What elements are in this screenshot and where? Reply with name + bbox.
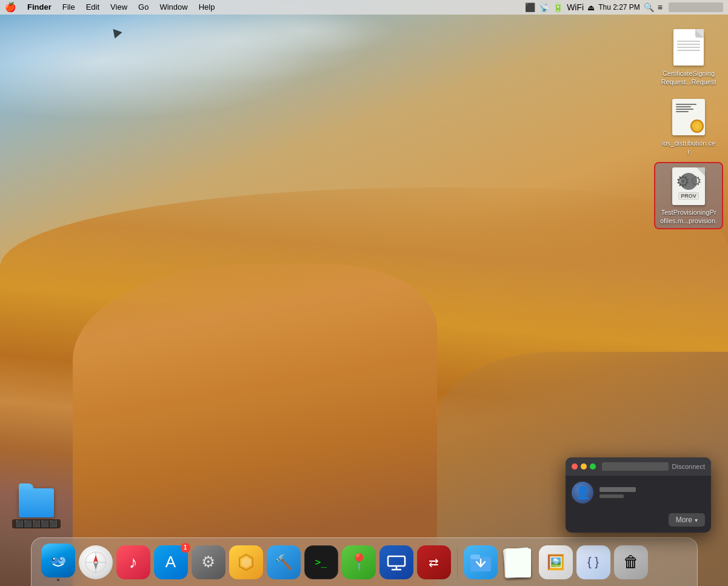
finder-face-svg <box>45 547 72 574</box>
script-editor-icon: { } <box>576 545 610 579</box>
dock-music[interactable]: ♪ <box>116 545 150 579</box>
music-note-symbol: ♪ <box>129 553 138 572</box>
cast-tray-icon[interactable]: 📡 <box>539 2 549 12</box>
dock-finder[interactable] <box>41 544 75 581</box>
wifi-tray-icon[interactable]: WiFi <box>567 2 584 12</box>
apple-menu[interactable]: 🍎 <box>5 2 16 13</box>
more-label: More <box>676 516 692 524</box>
battery-tray-icon[interactable]: 🔋 <box>553 2 563 12</box>
svg-marker-13 <box>241 557 251 568</box>
terminal-icon: >_ <box>304 545 338 579</box>
clouds-overlay <box>0 0 510 205</box>
menu-view[interactable]: View <box>105 0 132 15</box>
dock-teamviewer2[interactable]: ⇄ <box>417 545 451 579</box>
desktop-folder[interactable]: ⬛⬛⬛⬛⬛ <box>12 488 61 528</box>
dock-teamviewer[interactable] <box>379 545 413 579</box>
teamviewer-tv-svg <box>386 551 407 573</box>
preferences-icon: ⚙ <box>192 545 225 579</box>
menu-file[interactable]: File <box>58 0 80 15</box>
gear-symbol: ⚙ <box>690 173 702 189</box>
dock-trash[interactable]: 🗑 <box>614 545 648 579</box>
sketch-hexagon-svg <box>236 552 256 573</box>
dock-xcode[interactable]: 🔨 <box>267 545 301 579</box>
popup-more-row: More ▾ <box>566 510 711 533</box>
document-icon-shape <box>673 29 704 66</box>
user-info <box>599 487 705 498</box>
dock-papers[interactable] <box>501 545 535 579</box>
disconnect-button[interactable]: Disconnect <box>672 463 705 470</box>
safari-icon <box>79 545 113 579</box>
doc-lines <box>677 39 700 53</box>
preview-photo-symbol: 🖼️ <box>547 554 565 571</box>
search-icon[interactable]: 🔍 <box>644 2 654 12</box>
menu-finder[interactable]: Finder <box>22 0 56 15</box>
folder-icon-shape <box>19 488 54 517</box>
popup-maximize-dot[interactable] <box>590 463 596 470</box>
popup-minimize-dot[interactable] <box>581 463 587 470</box>
teamviewer2-arrow-symbol: ⇄ <box>429 555 439 570</box>
menu-bar: 🍎 Finder File Edit View Go Window Help ⬛… <box>0 0 728 15</box>
teamviewer2-icon: ⇄ <box>417 545 451 579</box>
dock-safari[interactable] <box>79 545 113 579</box>
dock-maps[interactable]: 📍 <box>342 545 376 579</box>
svg-point-6 <box>60 557 62 559</box>
prov-profile-label: TestProvisioningProfiles.m...provision. <box>660 208 717 226</box>
appstore-badge: 1 <box>181 543 190 553</box>
dock-separator <box>457 547 458 578</box>
popup-close-dot[interactable] <box>572 463 578 470</box>
maps-pin-symbol: 📍 <box>349 553 369 571</box>
desktop-icon-cert-request[interactable]: CertificateSigningRequest...Request <box>655 24 722 89</box>
menu-items: Finder File Edit View Go Window Help <box>22 0 525 15</box>
terminal-prompt-symbol: >_ <box>315 556 327 568</box>
popup-title-bar <box>602 462 669 471</box>
maps-icon: 📍 <box>342 545 376 579</box>
trash-bin-symbol: 🗑 <box>623 553 639 571</box>
dock-script-editor[interactable]: { } <box>576 545 610 579</box>
avatar-person-symbol: 👤 <box>575 485 590 500</box>
dock-terminal[interactable]: >_ <box>304 545 338 579</box>
eject-tray-icon[interactable]: ⏏ <box>587 3 595 12</box>
popup-body: 👤 <box>566 476 711 510</box>
dock-preferences[interactable]: ⚙ <box>192 545 225 579</box>
dock-sketch[interactable] <box>229 545 263 579</box>
cert-seal <box>690 120 704 133</box>
menu-edit[interactable]: Edit <box>81 0 104 15</box>
certificate-icon-shape <box>672 99 705 135</box>
trash-icon: 🗑 <box>614 545 648 579</box>
clock: Thu 2:27 PM <box>598 3 640 12</box>
desktop-icon-ios-cert[interactable]: ios_distribution.cer <box>655 94 722 159</box>
list-icon[interactable]: ≡ <box>658 2 663 12</box>
menu-window[interactable]: Window <box>155 0 192 15</box>
dock-downloads[interactable] <box>464 545 498 579</box>
svg-point-5 <box>53 557 55 559</box>
music-icon: ♪ <box>116 545 150 579</box>
script-curly-symbol: { } <box>587 555 599 569</box>
menu-go[interactable]: Go <box>133 0 153 15</box>
cert-request-label: CertificateSigningRequest...Request <box>661 69 716 87</box>
cert-request-icon-img <box>670 27 707 68</box>
menubar-right: ⬛ 📡 🔋 WiFi ⏏ Thu 2:27 PM 🔍 ≡ <box>525 2 723 12</box>
folder-label: ⬛⬛⬛⬛⬛ <box>12 519 61 528</box>
ios-cert-label: ios_distribution.cer <box>662 139 715 157</box>
teamviewer-tray-icon[interactable]: ⬛ <box>525 2 535 12</box>
appstore-symbol: A <box>165 553 176 571</box>
menu-help[interactable]: Help <box>194 0 220 15</box>
xcode-hammer-symbol: 🔨 <box>275 554 293 571</box>
prov-gear-icon: ⚙ <box>680 173 697 190</box>
user-status-bar <box>599 494 624 498</box>
dock: ♪ A 1 ⚙ 🔨 >_ <box>31 537 698 586</box>
desktop-icon-prov-profile[interactable]: ⚙ PROV TestProvisioningProfiles.m...prov… <box>655 163 722 228</box>
preview-icon: 🖼️ <box>539 545 573 579</box>
more-button[interactable]: More ▾ <box>669 513 705 527</box>
downloads-icon <box>464 545 498 579</box>
papers-stack <box>502 546 535 579</box>
prefs-gear-symbol: ⚙ <box>201 553 215 571</box>
dock-preview[interactable]: 🖼️ <box>539 545 573 579</box>
teamviewer-icon <box>379 545 413 579</box>
finder-icon <box>41 544 75 578</box>
papers-icon <box>501 545 535 579</box>
appstore-icon: A 1 <box>154 545 188 579</box>
dock-appstore[interactable]: A 1 <box>154 545 188 579</box>
downloads-folder-svg <box>469 551 492 574</box>
username-bar <box>599 487 636 492</box>
